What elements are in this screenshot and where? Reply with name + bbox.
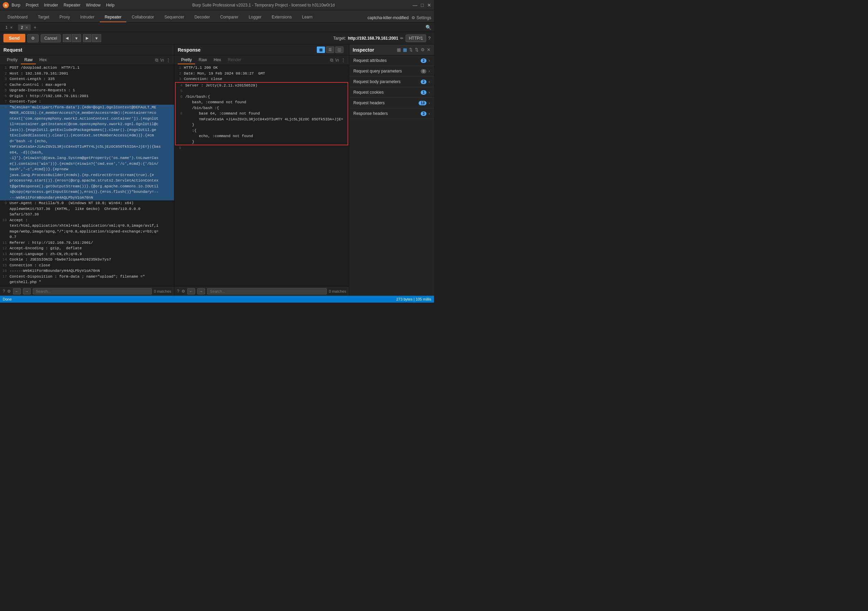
table-row: -i}'}.{#iswin=(@java.lang.System@getProp… bbox=[0, 155, 174, 161]
inspector-section-request-attributes[interactable]: Request attributes 2 › bbox=[349, 55, 434, 66]
close-tab-1-icon[interactable]: ✕ bbox=[10, 26, 12, 30]
nav-fwd-down-button[interactable]: ▼ bbox=[92, 34, 101, 42]
request-tab-hex[interactable]: Hex bbox=[36, 56, 50, 64]
tab-decoder[interactable]: Decoder bbox=[190, 12, 215, 22]
tab-repeater[interactable]: Repeater bbox=[100, 12, 126, 22]
menu-project[interactable]: Project bbox=[26, 3, 38, 8]
inspector-section-request-headers[interactable]: Request headers 13 › bbox=[349, 98, 434, 108]
tab-comparer[interactable]: Comparer bbox=[215, 12, 243, 22]
request-tab-pretty[interactable]: Pretty bbox=[3, 56, 21, 64]
menu-burp[interactable]: Burp bbox=[12, 3, 20, 8]
target-bar: Target: http://192.168.79.161:2001 ✏ HTT… bbox=[333, 34, 431, 42]
send-button[interactable]: Send bbox=[3, 34, 25, 42]
inspector-close-icon[interactable]: ✕ bbox=[427, 47, 431, 52]
tab-dashboard[interactable]: Dashboard bbox=[3, 12, 33, 22]
view-mode-grid-button[interactable]: ▦ bbox=[317, 47, 325, 53]
settings-bottom-icon[interactable]: ⚙ bbox=[7, 289, 11, 294]
tab-logger[interactable]: Logger bbox=[244, 12, 266, 22]
table-row: 3Content-Length : 335 bbox=[0, 76, 174, 82]
inspector-section-response-headers[interactable]: Response headers 3 › bbox=[349, 108, 434, 119]
search-icon[interactable]: 🔍 bbox=[425, 25, 431, 30]
tab-sequencer[interactable]: Sequencer bbox=[160, 12, 189, 22]
response-tab-hex[interactable]: Hex bbox=[210, 56, 224, 64]
tab-extensions[interactable]: Extensions bbox=[267, 12, 297, 22]
settings-button-toolbar[interactable]: ⚙ bbox=[27, 34, 39, 42]
inspector-section-cookies[interactable]: Request cookies 1 › bbox=[349, 87, 434, 98]
settings-response-icon[interactable]: ⚙ bbox=[181, 289, 185, 294]
maximize-button[interactable]: □ bbox=[421, 2, 424, 8]
request-title: Request bbox=[3, 47, 22, 53]
help-icon[interactable]: ? bbox=[428, 36, 431, 41]
inspector-section-body-params[interactable]: Request body parameters 2 › bbox=[349, 76, 434, 87]
inspector-filter-icon[interactable]: ⇅ bbox=[415, 47, 418, 52]
http-version-button[interactable]: HTTP/1 bbox=[406, 34, 426, 42]
menu-window[interactable]: Window bbox=[86, 3, 101, 8]
tab-intruder[interactable]: Intruder bbox=[76, 12, 99, 22]
help-response-icon[interactable]: ? bbox=[177, 289, 180, 294]
wrap-response-icon[interactable]: \n bbox=[335, 58, 339, 62]
table-row: t@getResponse().getOutputStream())}.{@or… bbox=[0, 183, 174, 190]
request-code-area[interactable]: 1POST /doUpload.action HTTP/1.1 2Host : … bbox=[0, 65, 174, 286]
title-bar-left: B Burp Project Intruder Repeater Window … bbox=[3, 2, 115, 8]
request-tab-raw[interactable]: Raw bbox=[21, 56, 36, 64]
table-row: tExcludedClasses().clear().(#context.set… bbox=[0, 133, 174, 138]
tab-target[interactable]: Target bbox=[33, 12, 54, 22]
inspector-section-query-params[interactable]: Request query parameters 0 › bbox=[349, 66, 434, 76]
cancel-button[interactable]: Cancel bbox=[41, 34, 61, 42]
active-project-label[interactable]: captcha-killer-modified bbox=[368, 16, 409, 20]
copy-icon[interactable]: ⧉ bbox=[155, 58, 158, 63]
wrap-icon[interactable]: \n bbox=[160, 58, 164, 62]
copy-response-icon[interactable]: ⧉ bbox=[330, 58, 333, 63]
view-mode-list-button[interactable]: ☰ bbox=[326, 47, 334, 53]
tab-proxy[interactable]: Proxy bbox=[55, 12, 75, 22]
search-back-button[interactable]: ← bbox=[13, 288, 21, 294]
table-row: } bbox=[176, 122, 347, 128]
request-search-input[interactable] bbox=[33, 288, 152, 294]
svg-text:B: B bbox=[5, 4, 7, 7]
chevron-down-icon: › bbox=[429, 101, 430, 105]
search-fwd-button[interactable]: → bbox=[23, 288, 31, 294]
inspector-settings-icon[interactable]: ⚙ bbox=[421, 47, 425, 52]
edit-target-icon[interactable]: ✏ bbox=[400, 36, 404, 41]
table-row: 9User-Agent : Mozilla/5.0 (Windows NT 10… bbox=[0, 201, 174, 206]
inspector-view-icon-2[interactable]: ▦ bbox=[403, 47, 407, 52]
nav-back-down-button[interactable]: ▼ bbox=[72, 34, 81, 42]
response-tab-pretty[interactable]: Pretty bbox=[178, 56, 195, 64]
response-panel-header: Response ▦ ☰ ◫ bbox=[174, 44, 349, 55]
settings-button[interactable]: ⚙ Settings bbox=[411, 16, 431, 20]
menu-help[interactable]: Help bbox=[106, 3, 115, 8]
tab-learn[interactable]: Learn bbox=[297, 12, 318, 22]
menu-repeater[interactable]: Repeater bbox=[64, 3, 80, 8]
nav-fwd-button[interactable]: ▶ bbox=[83, 34, 91, 42]
more-response-icon[interactable]: ⋮ bbox=[341, 58, 346, 62]
response-search-back-button[interactable]: ← bbox=[187, 288, 195, 294]
help-bottom-icon[interactable]: ? bbox=[3, 289, 5, 294]
tab-collaborator[interactable]: Collaborator bbox=[127, 12, 159, 22]
inspector-sort-icon[interactable]: ⇅ bbox=[409, 47, 413, 52]
add-tab-button[interactable]: + bbox=[34, 25, 36, 30]
target-label: Target: bbox=[333, 36, 346, 41]
response-search-fwd-button[interactable]: → bbox=[197, 288, 205, 294]
title-bar-menu: Burp Project Intruder Repeater Window He… bbox=[12, 3, 115, 8]
table-row: 14Cookie : JSESSIONID =bw9e7lcqaa49z9235… bbox=[0, 257, 174, 263]
menu-intruder[interactable]: Intruder bbox=[44, 3, 58, 8]
response-code-area[interactable]: 1HTTP/1.1 200 OK 2Date: Mon, 19 Feb 2024… bbox=[174, 65, 349, 286]
close-tab-2-icon[interactable]: ✕ bbox=[25, 26, 28, 30]
response-search-input[interactable] bbox=[207, 288, 327, 294]
table-row: 15Connection : close bbox=[0, 263, 174, 268]
table-row: echo, :command not found bbox=[176, 133, 347, 139]
more-icon[interactable]: ⋮ bbox=[166, 58, 170, 62]
inspector-view-icon-1[interactable]: ▦ bbox=[397, 47, 401, 52]
response-tab-render[interactable]: Render bbox=[225, 56, 245, 64]
table-row: process=#p.start()}.{#ros=(@org.apache.s… bbox=[0, 178, 174, 183]
response-sub-tab-icons: ⧉ \n ⋮ bbox=[330, 58, 346, 63]
minimize-button[interactable]: — bbox=[413, 2, 418, 8]
request-tab-2[interactable]: 2 ✕ bbox=[18, 24, 31, 30]
view-mode-split-button[interactable]: ◫ bbox=[335, 47, 343, 53]
table-row: text/html,application/xhtml+xml,applicat… bbox=[0, 223, 174, 229]
request-tab-1[interactable]: 1 ✕ bbox=[3, 24, 16, 30]
close-button[interactable]: ✕ bbox=[427, 2, 431, 8]
nav-back-button[interactable]: ◀ bbox=[63, 34, 71, 42]
table-row: 2Host : 192.168.79.161:2001 bbox=[0, 71, 174, 76]
response-tab-raw[interactable]: Raw bbox=[195, 56, 210, 64]
